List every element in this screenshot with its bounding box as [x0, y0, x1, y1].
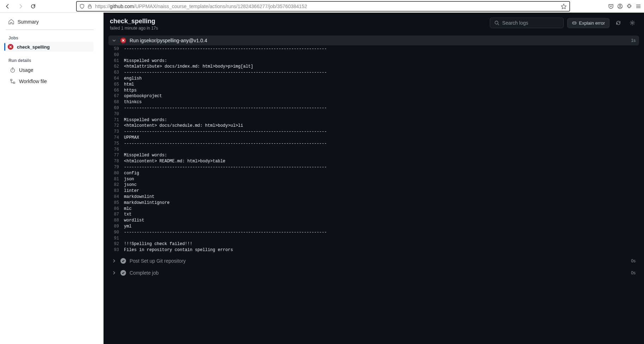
line-text: english — [124, 76, 142, 82]
line-number: 83 — [110, 188, 124, 194]
svg-rect-4 — [11, 79, 12, 81]
line-text: Misspelled words: — [124, 152, 167, 158]
step-post-setup-git[interactable]: Post Set up Git repository 0s — [108, 256, 639, 266]
log-line: 91 — [110, 236, 641, 242]
log-line: 61Misspelled words: — [110, 58, 641, 64]
line-text: ----------------------------------------… — [124, 46, 327, 52]
explain-error-button[interactable]: Explain error — [567, 18, 609, 28]
log-lines-container: 59--------------------------------------… — [106, 45, 641, 256]
search-logs-input[interactable]: Search logs — [490, 18, 564, 28]
svg-point-8 — [574, 23, 574, 24]
log-line: 60 — [110, 52, 641, 58]
settings-gear-button[interactable] — [627, 18, 638, 28]
usage-label: Usage — [19, 67, 33, 73]
usage-link[interactable]: Usage — [6, 64, 104, 76]
log-line: 93Files in repository contain spelling e… — [110, 247, 641, 253]
step-time: 0s — [631, 270, 636, 275]
line-number: 74 — [110, 135, 124, 141]
step-run-pyspelling[interactable]: Run igsekor/pyspelling-any@v1.0.4 1s — [108, 36, 639, 45]
bookmark-star-icon[interactable] — [561, 4, 567, 9]
line-number: 79 — [110, 164, 124, 170]
url-bar[interactable]: https://github.com/UPPMAX/naiss_course_t… — [76, 1, 570, 12]
log-line: 73--------------------------------------… — [110, 129, 641, 135]
line-text: !!!Spelling check failed!!! — [124, 241, 192, 247]
svg-point-2 — [619, 5, 621, 6]
step-complete-job[interactable]: Complete job 0s — [108, 268, 639, 278]
rerun-button[interactable] — [613, 18, 624, 28]
line-text: UPPMAX — [124, 135, 139, 141]
line-number: 78 — [110, 158, 124, 164]
chevron-right-icon — [112, 259, 117, 263]
log-line: 83linter — [110, 188, 641, 194]
browser-toolbar: https://github.com/UPPMAX/naiss_course_t… — [0, 0, 644, 13]
stopwatch-icon — [10, 67, 15, 73]
line-text: config — [124, 170, 139, 176]
log-pane: check_spelling failed 1 minute ago in 17… — [104, 13, 644, 344]
home-icon — [8, 19, 14, 25]
job-header: check_spelling failed 1 minute ago in 17… — [104, 13, 644, 36]
line-number: 70 — [110, 111, 124, 117]
line-text: thinkcs — [124, 99, 142, 105]
log-line: 86mlc — [110, 206, 641, 212]
sidebar: Summary Jobs check_spelling Run details … — [0, 13, 104, 344]
forward-button[interactable] — [15, 1, 25, 11]
line-text: txt — [124, 212, 132, 218]
line-number: 71 — [110, 117, 124, 123]
line-text: https — [124, 88, 137, 94]
log-line: 92!!!Spelling check failed!!! — [110, 241, 641, 247]
step-label: Complete job — [130, 270, 627, 276]
log-line: 65html — [110, 82, 641, 88]
line-number: 75 — [110, 141, 124, 147]
line-number: 68 — [110, 99, 124, 105]
log-line: 87txt — [110, 212, 641, 218]
sidebar-job-check-spelling[interactable]: check_spelling — [4, 42, 94, 52]
pocket-icon[interactable] — [608, 4, 614, 9]
line-number: 65 — [110, 82, 124, 88]
line-number: 85 — [110, 200, 124, 206]
line-text: jsonc — [124, 182, 137, 188]
line-number: 84 — [110, 194, 124, 200]
lock-icon — [87, 4, 92, 9]
line-number: 77 — [110, 152, 124, 158]
line-number: 72 — [110, 123, 124, 129]
line-number: 81 — [110, 176, 124, 182]
menu-icon[interactable] — [636, 4, 641, 9]
log-line: 63--------------------------------------… — [110, 70, 641, 76]
line-number: 93 — [110, 247, 124, 253]
svg-rect-0 — [88, 6, 92, 8]
svg-point-9 — [575, 23, 575, 24]
log-line: 90--------------------------------------… — [110, 230, 641, 236]
log-line: 79--------------------------------------… — [110, 164, 641, 170]
line-text: ----------------------------------------… — [124, 230, 327, 236]
log-scroll-area[interactable]: Run igsekor/pyspelling-any@v1.0.4 1s 59-… — [104, 36, 644, 344]
summary-link[interactable]: Summary — [6, 17, 94, 27]
workflow-file-link[interactable]: Workflow file — [6, 76, 104, 87]
reload-button[interactable] — [28, 1, 38, 11]
job-title: check_spelling — [110, 18, 158, 25]
line-text: yml — [124, 224, 132, 230]
line-text: ----------------------------------------… — [124, 105, 327, 111]
line-number: 90 — [110, 230, 124, 236]
line-text: mlc — [124, 206, 132, 212]
jobs-section-label: Jobs — [6, 34, 104, 42]
step-time: 0s — [631, 258, 636, 263]
line-number: 82 — [110, 182, 124, 188]
summary-section: Summary — [6, 17, 94, 30]
log-line: 68thinkcs — [110, 99, 641, 105]
extensions-icon[interactable] — [626, 4, 632, 9]
svg-rect-5 — [13, 82, 15, 83]
back-button[interactable] — [3, 1, 13, 11]
log-line: 84markdownlint — [110, 194, 641, 200]
chevron-down-icon — [112, 38, 117, 43]
line-text: <htmlattribute> docs/index.md: html>body… — [124, 64, 253, 70]
line-text: ----------------------------------------… — [124, 129, 327, 135]
log-line: 70 — [110, 111, 641, 117]
log-line: 80config — [110, 170, 641, 176]
url-text: https://github.com/UPPMAX/naiss_course_t… — [95, 4, 558, 9]
run-details-label: Run details — [6, 57, 104, 64]
log-line: 74UPPMAX — [110, 135, 641, 141]
log-line: 82jsonc — [110, 182, 641, 188]
line-text: Misspelled words: — [124, 58, 167, 64]
account-icon[interactable] — [617, 4, 623, 9]
line-number: 66 — [110, 88, 124, 94]
